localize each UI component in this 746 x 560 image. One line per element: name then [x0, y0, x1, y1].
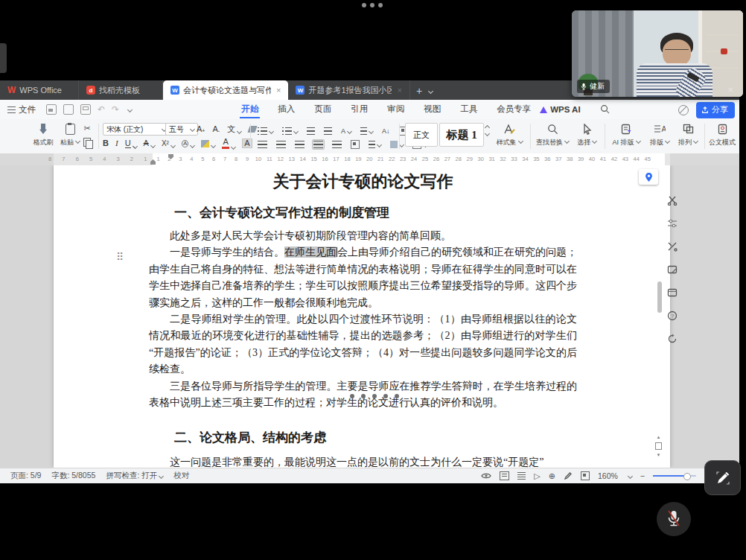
tab-reference[interactable]: 引用 [349, 101, 369, 118]
style-heading1[interactable]: 标题 1 [439, 123, 484, 147]
next-page-icon[interactable]: ▼ [657, 453, 661, 457]
selected-text[interactable]: 在师生见面 [284, 246, 337, 258]
window-close-button[interactable]: × [727, 84, 733, 95]
export-pdf-icon[interactable] [63, 104, 74, 115]
card-icon[interactable] [667, 287, 678, 298]
paragraph-drag-handle[interactable]: ⠿ [116, 252, 124, 262]
font-name-select[interactable]: 宋体 (正文) [103, 123, 170, 136]
grow-font-button[interactable]: A+ [197, 125, 205, 133]
italic-button[interactable]: I [115, 139, 118, 147]
char-border-button[interactable]: A [182, 140, 194, 147]
highlight-color-button[interactable] [201, 140, 215, 147]
asian-layout-button[interactable] [359, 126, 374, 136]
tab-home[interactable]: 开始 [240, 101, 260, 118]
shading-button[interactable] [389, 139, 405, 150]
search-button[interactable] [600, 104, 610, 115]
bold-button[interactable]: B [103, 139, 109, 147]
zoom-chevron-icon[interactable] [628, 473, 633, 478]
eye-protect-icon[interactable] [481, 472, 491, 480]
align-right-button[interactable] [293, 139, 306, 150]
zoom-level[interactable]: 160% [598, 471, 618, 480]
align-left-button[interactable] [256, 139, 269, 150]
undo-icon[interactable]: ↶ [98, 104, 105, 115]
bullets-button[interactable] [256, 126, 275, 136]
styles-scroll-up-icon[interactable] [485, 125, 490, 130]
ai-layout-button[interactable]: AI 排版 [608, 122, 645, 147]
page-indicator[interactable]: 页面: 5/9 [10, 471, 41, 481]
side-panel-handle[interactable] [0, 43, 7, 73]
char-scale-button[interactable]: A [339, 127, 353, 136]
paragraph-layout-button[interactable] [349, 139, 361, 150]
cut-icon[interactable]: ✂ [83, 124, 90, 133]
read-mode-icon[interactable]: ▷ [534, 471, 540, 481]
webcam-video[interactable]: 健新 [572, 10, 743, 97]
annotation-tool-button[interactable] [704, 460, 741, 495]
microphone-muted-button[interactable] [657, 502, 691, 536]
increase-indent-button[interactable] [322, 126, 334, 136]
browse-object-icon[interactable] [655, 442, 662, 450]
save-icon[interactable] [46, 104, 57, 115]
line-spacing-button[interactable] [367, 139, 383, 150]
superscript-button[interactable]: X² [162, 140, 175, 147]
style-set-button[interactable]: 样式集 [493, 122, 526, 147]
tab-close-icon[interactable]: × [276, 86, 281, 95]
strikethrough-button[interactable]: A [144, 139, 155, 147]
tools-icon[interactable] [667, 241, 678, 252]
settings-sliders-icon[interactable] [667, 218, 678, 229]
previous-page-icon[interactable]: ▲ [657, 435, 661, 439]
decrease-indent-button[interactable] [305, 126, 316, 136]
paste-button[interactable]: 粘贴 [58, 122, 82, 147]
locate-button[interactable] [639, 169, 658, 185]
tab-page[interactable]: 页面 [313, 101, 333, 118]
copy-icon[interactable] [83, 138, 91, 147]
print-icon[interactable] [80, 104, 91, 115]
web-view-icon[interactable]: ⊕ [549, 471, 555, 481]
note-edit-icon[interactable] [667, 264, 678, 275]
new-tab-button[interactable]: + [416, 85, 422, 97]
vertical-scrollbar[interactable] [657, 165, 663, 468]
official-doc-mode-button[interactable]: 公文模式 [706, 122, 739, 147]
doc-paragraph[interactable]: 二是导师组对学生的管理。此处以四个过渡性环节说明：（1）由导师组根据以往的论文情… [149, 311, 577, 378]
tab-docer-templates[interactable]: d 找稻壳模板 [79, 80, 163, 100]
do-not-disturb-icon[interactable] [678, 105, 689, 115]
tab-review[interactable]: 审阅 [386, 101, 406, 118]
font-size-select[interactable]: 五号 [165, 123, 198, 136]
doc-title[interactable]: 关于会计专硕的论文写作 [149, 170, 577, 194]
word-count[interactable]: 字数: 5/8055 [51, 471, 95, 481]
zoom-slider-knob[interactable] [683, 473, 691, 480]
proofread-button[interactable]: 校对 [173, 471, 189, 481]
numbering-button[interactable] [281, 126, 299, 136]
doc-heading-2[interactable]: 二、论文格局、结构的考虑 [149, 429, 577, 447]
redo-icon[interactable]: ↷ [112, 104, 119, 115]
doc-paragraph[interactable]: 此处多是对人民大学会计专硕初期阶段管理内容的简单回顾。 [149, 228, 577, 244]
tab-current-document[interactable]: W 会计专硕论文选题与写作讲稿.do × [163, 80, 288, 100]
zoom-out-button[interactable]: − [640, 471, 645, 480]
align-center-button[interactable] [275, 139, 287, 150]
edit-pen-icon[interactable] [564, 471, 573, 480]
tab-close-icon[interactable]: × [397, 86, 401, 95]
styles-scroll-down-icon[interactable] [485, 131, 490, 136]
doc-paragraph[interactable]: 一是导师与学生的结合。在师生见面会上由导师介绍自己的研究领域和正在研究的问题；由… [149, 244, 577, 311]
help-icon[interactable]: ? [667, 311, 678, 321]
format-painter-button[interactable]: 格式刷 [30, 122, 57, 147]
tab-member[interactable]: 会员专享 [495, 101, 532, 118]
layout-button[interactable]: A 排版 [646, 122, 673, 147]
tab-view[interactable]: 视图 [422, 101, 442, 118]
distribute-button[interactable] [331, 139, 343, 150]
scrollbar-thumb[interactable] [657, 281, 662, 313]
tab-insert[interactable]: 插入 [276, 101, 296, 118]
underline-button[interactable]: U [125, 139, 137, 148]
page-view-icon[interactable] [500, 471, 509, 480]
shrink-font-button[interactable]: A- [212, 125, 220, 133]
share-button[interactable]: 分享 [696, 102, 735, 118]
font-color-button[interactable]: A [222, 138, 235, 149]
doc-heading-1[interactable]: 一、会计专硕论文写作过程的制度管理 [149, 204, 577, 222]
quick-access-chevron-icon[interactable] [127, 106, 133, 112]
tab-tools[interactable]: 工具 [459, 101, 479, 118]
tab-wps-home[interactable]: W WPS Office [0, 80, 79, 100]
scissors-icon[interactable] [667, 195, 678, 206]
file-menu[interactable]: 文件 [7, 104, 36, 115]
tab-list-chevron-icon[interactable] [428, 89, 433, 94]
sync-icon[interactable] [667, 334, 678, 344]
document-page[interactable]: 关于会计专硕的论文写作 一、会计专硕论文写作过程的制度管理 此处多是对人民大学会… [54, 165, 670, 468]
